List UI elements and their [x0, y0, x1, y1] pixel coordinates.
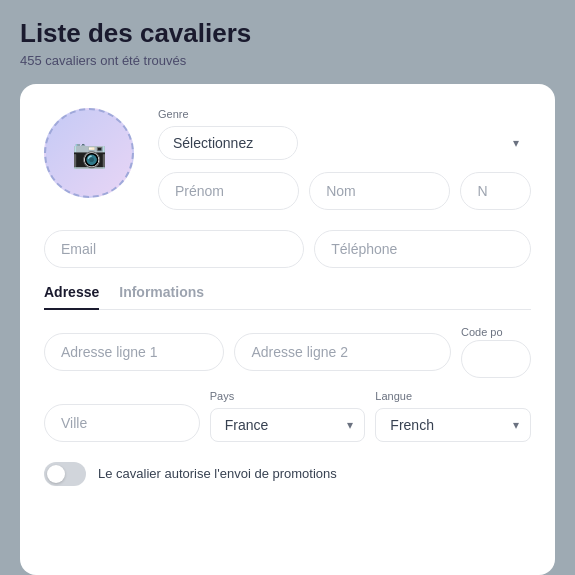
genre-select[interactable]: Sélectionnez Homme Femme Autre: [158, 126, 298, 160]
email-input[interactable]: [44, 230, 304, 268]
code-postal-wrapper: Code po: [461, 326, 531, 378]
langue-label: Langue: [375, 390, 531, 402]
ville-input[interactable]: [44, 404, 200, 442]
pays-select-wrapper: France Belgique Suisse Canada ▾: [210, 408, 366, 442]
pays-wrapper: Pays France Belgique Suisse Canada ▾: [210, 390, 366, 442]
extra-name-wrapper: [460, 172, 531, 210]
pays-label: Pays: [210, 390, 366, 402]
langue-select[interactable]: French English Español Deutsch: [375, 408, 531, 442]
ville-wrapper: [44, 404, 200, 442]
prenom-wrapper: [158, 172, 299, 210]
form-right: Genre Sélectionnez Homme Femme Autre ▾: [158, 108, 531, 210]
adresse-ligne2-input[interactable]: [234, 333, 451, 371]
pays-group: Pays France Belgique Suisse Canada ▾: [210, 390, 366, 442]
genre-select-arrow: ▾: [513, 136, 519, 150]
address-row1: Code po: [44, 326, 531, 378]
genre-select-wrapper: Sélectionnez Homme Femme Autre ▾: [158, 126, 531, 160]
avatar[interactable]: 📷: [44, 108, 134, 198]
prenom-input[interactable]: [158, 172, 299, 210]
telephone-input[interactable]: [314, 230, 531, 268]
camera-icon: 📷: [72, 137, 107, 170]
toggle-knob: [47, 465, 65, 483]
pays-select[interactable]: France Belgique Suisse Canada: [210, 408, 366, 442]
promo-toggle[interactable]: [44, 462, 86, 486]
code-postal-label: Code po: [461, 326, 531, 338]
main-card: 📷 Genre Sélectionnez Homme Femme Autre ▾: [20, 84, 555, 575]
langue-wrapper: Langue French English Español Deutsch ▾: [375, 390, 531, 442]
adresse2-wrapper: [234, 333, 451, 371]
page-subtitle: 455 cavaliers ont été trouvés: [20, 53, 555, 68]
nom-wrapper: [309, 172, 450, 210]
address-row2: Pays France Belgique Suisse Canada ▾ Lan…: [44, 390, 531, 442]
tab-adresse[interactable]: Adresse: [44, 284, 99, 310]
promo-label: Le cavalier autorise l'envoi de promotio…: [98, 466, 337, 481]
genre-label: Genre: [158, 108, 531, 120]
langue-select-wrapper: French English Español Deutsch ▾: [375, 408, 531, 442]
adresse-ligne1-input[interactable]: [44, 333, 224, 371]
email-phone-row: [44, 230, 531, 268]
genre-group: Genre Sélectionnez Homme Femme Autre ▾: [158, 108, 531, 160]
extra-name-input[interactable]: [460, 172, 531, 210]
nom-input[interactable]: [309, 172, 450, 210]
page-background: Liste des cavaliers 455 cavaliers ont ét…: [0, 0, 575, 575]
name-row: [158, 172, 531, 210]
card-top-section: 📷 Genre Sélectionnez Homme Femme Autre ▾: [44, 108, 531, 210]
promo-row: Le cavalier autorise l'envoi de promotio…: [44, 462, 531, 486]
page-title: Liste des cavaliers: [20, 18, 555, 49]
telephone-wrapper: [314, 230, 531, 268]
code-postal-input[interactable]: [461, 340, 531, 378]
tabs-row: Adresse Informations: [44, 284, 531, 310]
langue-group: Langue French English Español Deutsch ▾: [375, 390, 531, 442]
tab-informations[interactable]: Informations: [119, 284, 204, 310]
adresse1-wrapper: [44, 333, 224, 371]
email-wrapper: [44, 230, 304, 268]
